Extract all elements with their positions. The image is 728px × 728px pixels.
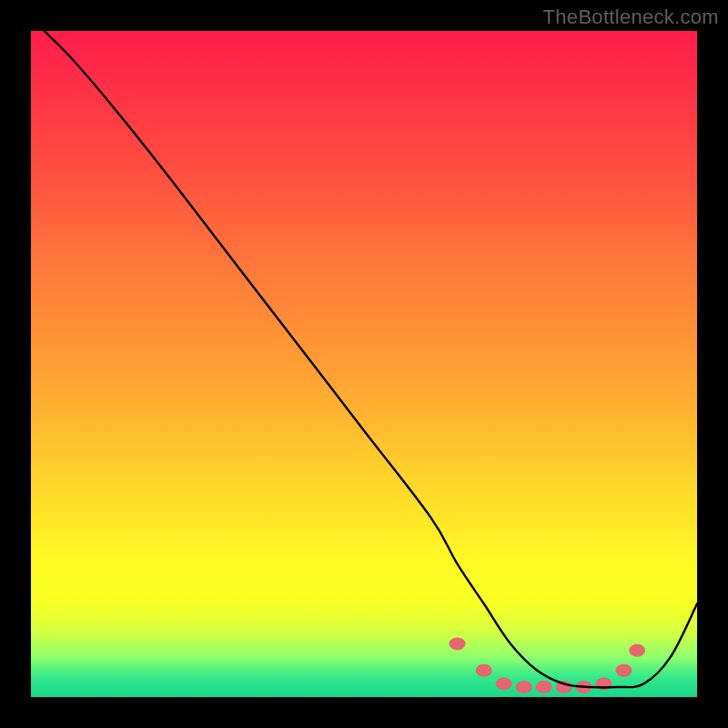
- watermark-text: TheBottleneck.com: [543, 5, 719, 29]
- curve-marker: [629, 644, 645, 657]
- curve-marker: [616, 664, 632, 677]
- markers-group: [450, 637, 646, 693]
- curve-marker: [536, 681, 552, 693]
- chart-frame: TheBottleneck.com: [0, 0, 728, 728]
- plot-area: [31, 31, 697, 697]
- curve-marker: [476, 664, 492, 677]
- curve-marker: [516, 681, 532, 693]
- bottleneck-curve: [45, 31, 697, 688]
- chart-svg: [31, 31, 697, 697]
- curve-marker: [496, 677, 512, 690]
- curve-marker: [450, 637, 466, 650]
